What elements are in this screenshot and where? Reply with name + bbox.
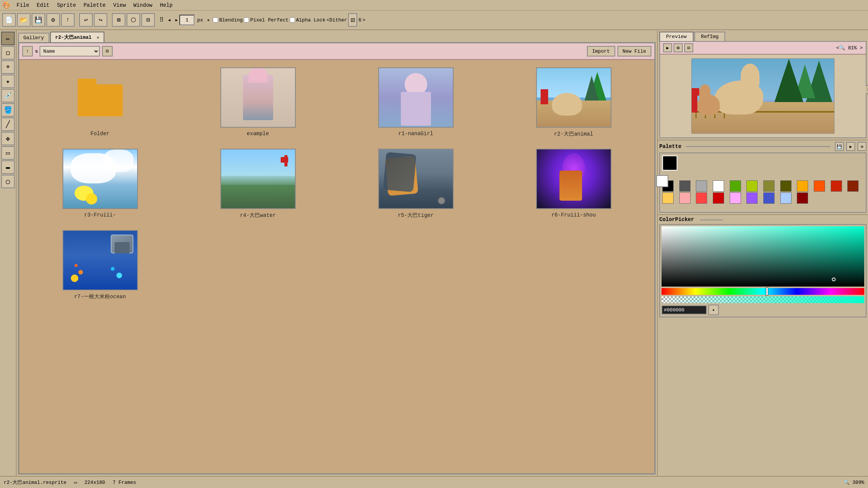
gallery-view-btn[interactable]: ⊟ [102, 46, 113, 56]
preview-tab-refimg[interactable]: RefImg [694, 32, 726, 41]
palette-swatch-14[interactable] [696, 192, 707, 204]
menu-sprite[interactable]: Sprite [54, 2, 79, 9]
palette-swatch-3[interactable] [713, 180, 724, 192]
palette-swatch-2[interactable] [696, 180, 707, 192]
palette-swatch-5[interactable] [746, 180, 758, 192]
palette-swatch-16[interactable] [730, 192, 741, 204]
foreground-color-swatch[interactable] [662, 156, 677, 171]
share-toolbar-btn[interactable]: ↑ [61, 13, 75, 27]
background-color-swatch[interactable] [656, 175, 668, 187]
gallery-item-r1[interactable]: r1-nanaGirl [342, 67, 489, 137]
center-panel: Gallery r2-大巴animal ✕ ↑ ⇅ Name Date Size [17, 30, 657, 476]
gallery-item-folder[interactable]: Folder [27, 67, 173, 137]
palette-colors [662, 180, 863, 204]
preview-right-arrow[interactable]: › [866, 85, 868, 94]
gallery-item-example-label: example [247, 131, 269, 137]
px-value-input[interactable] [179, 15, 194, 25]
gallery-item-r7[interactable]: r7-一根大米粉ocean [27, 230, 173, 300]
move-tool-btn[interactable]: ✥ [1, 132, 15, 145]
rect-select-tool-btn[interactable]: ▭ [1, 146, 15, 160]
palette-swatch-18[interactable] [763, 192, 775, 204]
preview-tab-bar: Preview RefImg [658, 30, 868, 41]
grid-toolbar-btn[interactable]: ⊞ [112, 13, 125, 27]
import-btn[interactable]: Import [587, 46, 615, 56]
settings-toolbar-btn[interactable]: ⚙ [46, 13, 60, 27]
undo-toolbar-btn[interactable]: ↩ [79, 13, 93, 27]
gallery-item-r2[interactable]: r2-大巴animal [500, 67, 647, 137]
hue-slider[interactable] [662, 288, 864, 295]
eyedropper-tool-btn[interactable]: 💉 [1, 89, 15, 102]
paint-bucket-tool-btn[interactable]: 🪣 [1, 103, 15, 117]
gallery-item-r1-label: r1-nanaGirl [398, 131, 433, 137]
pixel-perfect-checkbox[interactable] [244, 17, 249, 23]
line-tool-btn[interactable]: ╱ [1, 117, 15, 131]
palette-swatch-10[interactable] [831, 180, 842, 192]
palette-swatch-17[interactable] [746, 192, 758, 204]
palette-main-swatches [662, 156, 863, 178]
palette-load-btn[interactable]: ▶ [846, 142, 855, 151]
palette-swatch-8[interactable] [797, 180, 808, 192]
gallery-item-r4-label: r4-大巴water [240, 212, 276, 219]
palette-swatch-7[interactable] [780, 180, 792, 192]
pencil-tool-btn[interactable]: ✏ [1, 32, 15, 45]
menu-view[interactable]: View [110, 2, 129, 9]
preview-tab-preview[interactable]: Preview [659, 32, 694, 41]
eraser-tool-btn[interactable]: ◻ [1, 46, 15, 59]
menu-palette[interactable]: Palette [81, 2, 109, 9]
open-file-toolbar-btn[interactable]: 📂 [17, 13, 31, 27]
palette-swatch-1[interactable] [679, 180, 691, 192]
colorpicker-body: ✦ [659, 224, 866, 317]
color-gradient-field[interactable] [662, 226, 864, 287]
color-eyedropper-btn[interactable]: ✦ [708, 305, 719, 315]
palette-swatch-9[interactable] [814, 180, 825, 192]
save-file-toolbar-btn[interactable]: 💾 [32, 13, 45, 27]
magic-wand-tool-btn[interactable]: ✦ [1, 75, 15, 88]
menu-help[interactable]: Help [157, 2, 176, 9]
alpha-lock-label: Alpha Lock [296, 17, 326, 23]
new-file-btn[interactable]: New File [617, 46, 651, 56]
blending-checkbox[interactable] [213, 17, 218, 23]
menu-window[interactable]: Window [130, 2, 155, 9]
palette-swatch-15[interactable] [713, 192, 724, 204]
palette-swatch-12[interactable] [662, 192, 674, 204]
preview-play-btn[interactable]: ▶ [663, 43, 672, 52]
gallery-item-r3-label: r3-Fruiii- [84, 212, 116, 218]
palette-swatch-13[interactable] [679, 192, 691, 204]
menu-edit[interactable]: Edit [34, 2, 53, 9]
colorpicker-title: ColorPicker [659, 217, 694, 223]
tab-close-btn[interactable]: ✕ [97, 35, 99, 40]
new-file-toolbar-btn[interactable]: 📄 [2, 13, 16, 27]
palette-swatch-19[interactable] [780, 192, 792, 204]
preview-grid-btn[interactable]: ⊞ [674, 43, 683, 52]
redo-toolbar-btn[interactable]: ↪ [94, 13, 107, 27]
rect-tool-btn[interactable]: ▬ [1, 160, 15, 174]
ellipse-tool-btn[interactable]: ◯ [1, 175, 15, 188]
gallery-item-r5[interactable]: r5-大巴tiger [342, 149, 489, 219]
gallery-item-r4[interactable]: r4-大巴water [185, 149, 331, 219]
gallery-up-btn[interactable]: ↑ [22, 46, 33, 56]
alpha-lock-checkbox[interactable] [290, 17, 295, 23]
menu-file[interactable]: File [14, 2, 32, 9]
gallery-item-r6[interactable]: r6-Fruiii-shou [500, 149, 647, 219]
gallery-item-example[interactable]: example [185, 67, 331, 137]
symmetry-toolbar-btn[interactable]: ⬡ [127, 13, 140, 27]
main-area: ✏ ◻ ⌖ ✦ 💉 🪣 ╱ ✥ ▭ ▬ ◯ Gallery r2-大巴anima… [0, 30, 868, 476]
status-size: 224x180 [84, 480, 105, 485]
preview-fit-btn[interactable]: ⊟ [684, 43, 693, 52]
palette-swatch-11[interactable] [847, 180, 859, 192]
gallery-sort-select[interactable]: Name Date Size [40, 46, 100, 56]
gallery-item-r3[interactable]: r3-Fruiii- [27, 149, 173, 219]
color-hex-input[interactable] [662, 305, 707, 314]
lasso-tool-btn[interactable]: ⌖ [1, 60, 15, 74]
alpha-slider[interactable] [662, 296, 864, 303]
dither-pattern-btn[interactable]: ⊡ [348, 13, 357, 27]
palette-save-btn[interactable]: 💾 [835, 142, 844, 151]
palette-options-btn[interactable]: ⚙ [857, 142, 866, 151]
tab-gallery[interactable]: Gallery [18, 33, 49, 42]
pixel-grid-toolbar-btn[interactable]: ⊟ [141, 13, 155, 27]
tab-current[interactable]: r2-大巴animal ✕ [50, 32, 105, 42]
alpha-lock-group: Alpha Lock [290, 17, 326, 23]
palette-swatch-4[interactable] [730, 180, 741, 192]
palette-swatch-6[interactable] [763, 180, 775, 192]
palette-swatch-20[interactable] [797, 192, 808, 204]
